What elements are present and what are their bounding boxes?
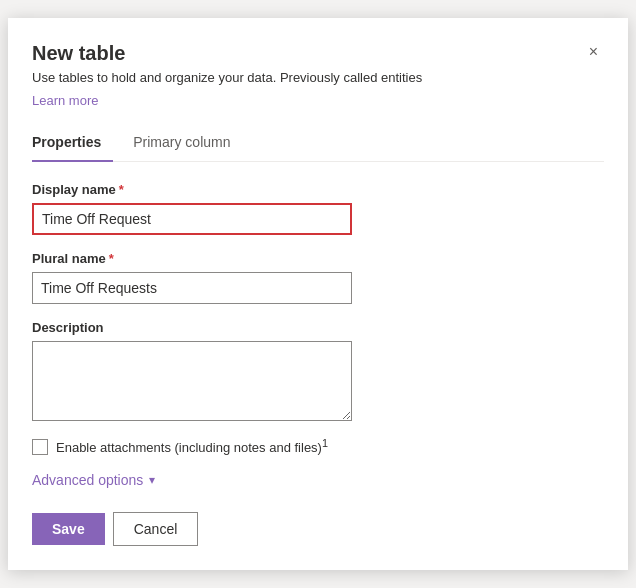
chevron-down-icon: ▾ — [149, 473, 155, 487]
checkbox-superscript: 1 — [322, 437, 328, 449]
advanced-options-label: Advanced options — [32, 472, 143, 488]
display-name-input[interactable] — [32, 203, 352, 235]
plural-name-required: * — [109, 251, 114, 266]
attachments-checkbox[interactable] — [32, 439, 48, 455]
description-group: Description — [32, 320, 604, 421]
description-label: Description — [32, 320, 604, 335]
dialog-title: New table — [32, 42, 125, 65]
cancel-button[interactable]: Cancel — [113, 512, 199, 546]
attachments-checkbox-row: Enable attachments (including notes and … — [32, 437, 604, 455]
dialog-description: Use tables to hold and organize your dat… — [32, 69, 604, 87]
attachments-label[interactable]: Enable attachments (including notes and … — [56, 437, 328, 455]
display-name-label: Display name* — [32, 182, 604, 197]
new-table-dialog: New table × Use tables to hold and organ… — [8, 18, 628, 570]
plural-name-input[interactable] — [32, 272, 352, 304]
tab-primary-column[interactable]: Primary column — [133, 126, 242, 162]
display-name-group: Display name* — [32, 182, 604, 235]
learn-more-link[interactable]: Learn more — [32, 93, 98, 108]
description-input[interactable] — [32, 341, 352, 421]
tab-properties[interactable]: Properties — [32, 126, 113, 162]
dialog-footer: Save Cancel — [32, 512, 604, 546]
plural-name-group: Plural name* — [32, 251, 604, 304]
advanced-options-toggle[interactable]: Advanced options ▾ — [32, 472, 604, 488]
close-button[interactable]: × — [583, 42, 604, 62]
display-name-required: * — [119, 182, 124, 197]
save-button[interactable]: Save — [32, 513, 105, 545]
plural-name-label: Plural name* — [32, 251, 604, 266]
dialog-overlay: New table × Use tables to hold and organ… — [0, 0, 636, 588]
dialog-header: New table × — [32, 42, 604, 65]
tabs-container: Properties Primary column — [32, 125, 604, 162]
